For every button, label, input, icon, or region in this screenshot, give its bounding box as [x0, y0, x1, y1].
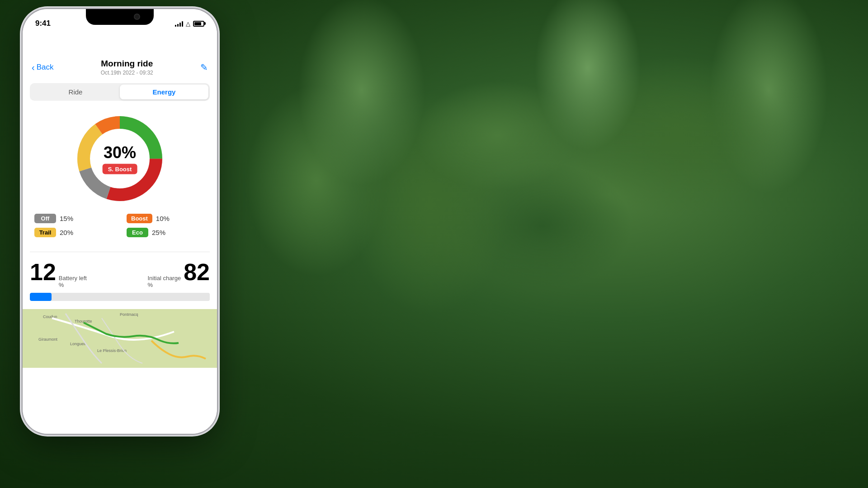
battery-left-value: 12 — [30, 260, 56, 284]
mode-eco-badge: Eco — [127, 228, 148, 237]
edit-button[interactable]: ✎ — [200, 62, 208, 73]
phone-notch — [86, 9, 154, 25]
mode-eco: Eco 25% — [127, 228, 205, 237]
back-label: Back — [37, 63, 54, 72]
mode-boost-pct: 10% — [156, 215, 170, 222]
map-svg: Coudun Thourotte Pontmacq Giraumont Long… — [23, 309, 217, 368]
app-content: ‹ Back Morning ride Oct.19th 2022 - 09:3… — [23, 32, 217, 434]
signal-icon — [175, 21, 183, 27]
battery-right-block: Initial charge % 82 — [147, 260, 210, 288]
donut-percentage: 30% — [103, 143, 137, 162]
donut-center: 30% S. Boost — [103, 143, 137, 174]
status-time: 9:41 — [35, 19, 51, 28]
svg-text:Longueil: Longueil — [70, 342, 85, 346]
tab-ride[interactable]: Ride — [31, 84, 120, 99]
wifi-icon: △ — [186, 20, 190, 27]
mode-boost-badge: Boost — [127, 214, 152, 223]
svg-text:Thourotte: Thourotte — [75, 319, 92, 324]
mode-trail: Trail 20% — [34, 228, 113, 237]
initial-label-group: Initial charge % — [147, 275, 181, 288]
initial-charge-label: Initial charge — [147, 275, 181, 282]
mode-boost: Boost 10% — [127, 214, 205, 223]
back-button[interactable]: ‹ Back — [32, 62, 53, 73]
map-section: Coudun Thourotte Pontmacq Giraumont Long… — [23, 309, 217, 368]
mode-eco-pct: 25% — [152, 229, 165, 236]
battery-stats: 12 Battery left % Initial charge — [30, 260, 210, 288]
mode-trail-pct: 20% — [60, 229, 73, 236]
scroll-content: 30% S. Boost Off 15% Boost — [23, 104, 217, 434]
mode-legend: Off 15% Boost 10% Trail 20% — [30, 214, 210, 237]
initial-charge-value: 82 — [184, 260, 210, 284]
tab-bar: Ride Energy — [30, 83, 210, 101]
status-icons: △ — [175, 20, 204, 27]
tab-energy[interactable]: Energy — [120, 84, 208, 99]
battery-bar — [30, 293, 210, 301]
ride-date: Oct.19th 2022 - 09:32 — [101, 70, 153, 76]
svg-text:Pontmacq: Pontmacq — [120, 312, 138, 317]
section-divider — [30, 252, 210, 252]
header-center: Morning ride Oct.19th 2022 - 09:32 — [101, 59, 153, 76]
phone-frame: 9:41 △ — [23, 9, 217, 434]
battery-section: 12 Battery left % Initial charge — [30, 257, 210, 305]
back-arrow-icon: ‹ — [32, 62, 35, 73]
donut-chart: 30% S. Boost — [70, 109, 170, 208]
donut-badge: S. Boost — [103, 164, 137, 174]
battery-left-label: Battery left — [59, 275, 87, 282]
mode-off-pct: 15% — [60, 215, 73, 222]
front-camera — [134, 14, 140, 20]
svg-text:Giraumont: Giraumont — [38, 337, 58, 342]
mode-trail-badge: Trail — [34, 228, 56, 237]
phone-screen: 9:41 △ — [23, 9, 217, 434]
ride-title: Morning ride — [101, 59, 153, 69]
mode-off-badge: Off — [34, 214, 56, 223]
battery-bar-fill — [30, 293, 52, 301]
battery-icon — [193, 21, 204, 27]
mode-off: Off 15% — [34, 214, 113, 223]
battery-label-group: Battery left % — [59, 275, 87, 288]
battery-fill — [194, 22, 201, 25]
phone-device: 9:41 △ — [23, 9, 217, 479]
initial-charge-unit: % — [147, 282, 181, 288]
chart-section: 30% S. Boost Off 15% Boost — [30, 104, 210, 247]
battery-left-unit: % — [59, 282, 87, 288]
battery-left-block: 12 Battery left % — [30, 260, 87, 288]
app-header: ‹ Back Morning ride Oct.19th 2022 - 09:3… — [23, 54, 217, 80]
